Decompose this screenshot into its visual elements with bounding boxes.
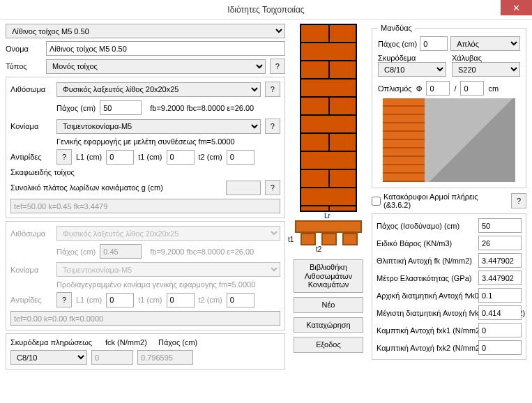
phi-label: Φ xyxy=(416,84,423,93)
skirodema-select[interactable]: C8/10 xyxy=(10,350,87,365)
cm-label: cm xyxy=(488,84,499,93)
brick-wall-graphic xyxy=(300,24,357,212)
titlebar: Ιδιότητες Τοιχοποιίας ✕ xyxy=(0,0,532,20)
vert-joints-label: Κατακόρυφοι Αρμοί πλήρεις (&3.6.2) xyxy=(383,192,507,209)
fck-label: fck (N/mm2) xyxy=(105,338,154,347)
mandyas-skyr-label: Σκυρόδεμα xyxy=(378,54,446,62)
diag-t1: t1 xyxy=(288,236,294,243)
mandyas-xal-select[interactable]: S220 xyxy=(452,62,520,77)
close-icon: ✕ xyxy=(512,3,520,13)
r1-label: Πάχος (Ισοδύναμο) (cm) xyxy=(377,222,459,230)
skir-pahos-label: Πάχος (cm) xyxy=(158,338,197,347)
mandyas-skyr-select[interactable]: C8/10 xyxy=(378,62,446,77)
mandyas-xal-label: Χάλυβας xyxy=(452,54,520,62)
t1-input-1[interactable] xyxy=(167,150,195,165)
koniama-help-1[interactable]: ? xyxy=(265,119,280,134)
r4-input[interactable] xyxy=(478,271,522,285)
r4-label: Μέτρο Ελαστικότητας (GPa) xyxy=(377,274,472,282)
r3-label: Θλιπτική Αντοχή fk (N/mm2) xyxy=(377,257,472,265)
save-button[interactable]: Καταχώρηση xyxy=(294,317,363,333)
lithosoma-select-2: Φυσικός λαξευτός λίθος 20x20x25 xyxy=(56,226,280,241)
skirodema-group: Σκυρόδεμα πληρώσεως fck (N/mm2) Πάχος (c… xyxy=(6,333,285,370)
lithosoma-help-1[interactable]: ? xyxy=(265,82,280,97)
pahos-label-1: Πάχος (cm) xyxy=(56,104,96,112)
exit-button[interactable]: Εξοδος xyxy=(294,337,363,353)
tef-line-1 xyxy=(10,199,280,213)
skirodema-caption: Σκυρόδεμα πληρώσεως xyxy=(10,338,101,347)
phi-input[interactable] xyxy=(426,81,450,96)
skir-pahos-input xyxy=(137,350,193,365)
r7-label: Καμπτική Αντοχή fxk1 (N/mm2) xyxy=(377,326,474,335)
l1-label-2: L1 (cm) xyxy=(76,296,102,304)
antirides-label-2: Αντιρίδες xyxy=(10,296,52,304)
l1-input-2[interactable] xyxy=(106,293,134,307)
t1-label-2: t1 (cm) xyxy=(138,296,162,304)
koniama-label-1: Κονίαμα xyxy=(10,122,52,130)
r5-input[interactable] xyxy=(478,288,522,303)
t2-input-2[interactable] xyxy=(227,293,254,307)
t2-input-1[interactable] xyxy=(227,150,254,165)
library-button[interactable]: Βιβλιοθήκη Λιθοσωμάτων Κονιαμάτων xyxy=(294,259,363,293)
vert-joints-checkbox-row[interactable]: Κατακόρυφοι Αρμοί πλήρεις (&3.6.2) xyxy=(372,192,507,209)
r7-input[interactable] xyxy=(478,323,522,337)
pahos-input-2 xyxy=(100,244,142,259)
vert-joints-help[interactable]: ? xyxy=(511,193,526,208)
tef-line-2 xyxy=(10,311,280,326)
koniama-select-1[interactable]: Τσιμεντοκονίαμα-M5 xyxy=(56,119,261,134)
lithosoma-select-1[interactable]: Φυσικός λαξευτός λίθος 20x20x25 xyxy=(56,82,261,97)
r3-input[interactable] xyxy=(478,253,522,268)
t2-label-1: t2 (cm) xyxy=(199,153,222,161)
antirides-label-1: Αντιρίδες xyxy=(10,153,52,161)
diag-t2: t2 xyxy=(316,245,321,253)
mandyas-fieldset: Μανδύας Πάχος (cm) Απλός Σκυρόδεμα C8/10… xyxy=(372,24,526,188)
spacing-input[interactable] xyxy=(460,81,484,96)
dimension-diagram: Lr t1 t2 xyxy=(291,216,366,255)
type-label: Τύπος xyxy=(6,62,42,70)
skaf-caption: Σκαφωειδής τοίχος xyxy=(10,168,75,176)
type-help-button[interactable]: ? xyxy=(270,59,285,74)
lithosoma-label-2: Λιθόσωμα xyxy=(10,229,52,238)
r5-label: Αρχική διατμητική Αντοχή fvk0 (N/mm2) xyxy=(377,291,474,300)
t1-input-2[interactable] xyxy=(167,293,195,307)
name-input[interactable] xyxy=(46,41,285,56)
window-title: Ιδιότητες Τοιχοποιίας xyxy=(227,5,304,15)
section-1: Λιθόσωμα Φυσικός λαξευτός λίθος 20x20x25… xyxy=(6,77,285,218)
fb-line-2: fb=9.2000 fbc=8.0000 ε=26.00 xyxy=(150,248,254,256)
r8-input[interactable] xyxy=(478,340,522,355)
l1-input-1[interactable] xyxy=(106,150,134,165)
pahos-input-1[interactable] xyxy=(100,100,142,115)
fck-input xyxy=(91,350,133,365)
oplismos-label: Οπλισμός xyxy=(378,84,412,93)
mandyas-graphic xyxy=(383,98,515,182)
vert-joints-checkbox[interactable] xyxy=(372,197,381,206)
type-select[interactable]: Μονός τοίχος xyxy=(46,59,266,74)
antirides-help-2[interactable]: ? xyxy=(56,292,72,307)
t2-label-2: t2 (cm) xyxy=(199,296,222,304)
pahos-label-2: Πάχος (cm) xyxy=(56,248,96,256)
fb-line-1: fb=9.2000 fbc=8.0000 ε=26.00 xyxy=(150,104,254,112)
r1-input[interactable] xyxy=(478,218,522,233)
koniama-line-1: Γενικής εφαρμογής με μελέτη συνθέσεως fm… xyxy=(56,137,235,146)
diag-lr: Lr xyxy=(324,212,330,220)
r6-input[interactable] xyxy=(478,305,522,320)
r8-label: Καμπτική Αντοχή fxk2 (N/mm2) xyxy=(377,344,474,352)
name-label: Ονομα xyxy=(6,45,42,53)
wall-preset-select[interactable]: Λίθινος τοίχος M5 0.50 xyxy=(6,24,285,38)
r2-input[interactable] xyxy=(478,236,522,250)
t1-label-1: t1 (cm) xyxy=(138,153,162,161)
lithosoma-label-1: Λιθόσωμα xyxy=(10,85,52,93)
koniama-line-2: Προδιαγεγραμμένο κονίαμα γενικής εφαρμογ… xyxy=(56,280,255,289)
l1-label-1: L1 (cm) xyxy=(76,153,102,161)
r6-label: Μέγιστη διατμητική Αντοχή fvkmax (N/mm2) xyxy=(377,309,474,317)
slash-label: / xyxy=(454,84,456,93)
new-button[interactable]: Νέο xyxy=(294,297,363,313)
antirides-help-1[interactable]: ? xyxy=(56,149,72,165)
mandyas-pahos-input[interactable] xyxy=(420,36,448,51)
sunoliko-label: Συνολικό πλάτος λωρίδων κονιάματος g (cm… xyxy=(10,183,222,192)
close-button[interactable]: ✕ xyxy=(501,0,532,15)
r2-label: Ειδικό Βάρος (KN/m3) xyxy=(377,239,452,248)
g-input xyxy=(226,181,261,195)
mandyas-type-select[interactable]: Απλός xyxy=(450,36,520,51)
g-help-button[interactable]: ? xyxy=(265,180,280,195)
mandyas-legend: Μανδύας xyxy=(378,24,415,32)
